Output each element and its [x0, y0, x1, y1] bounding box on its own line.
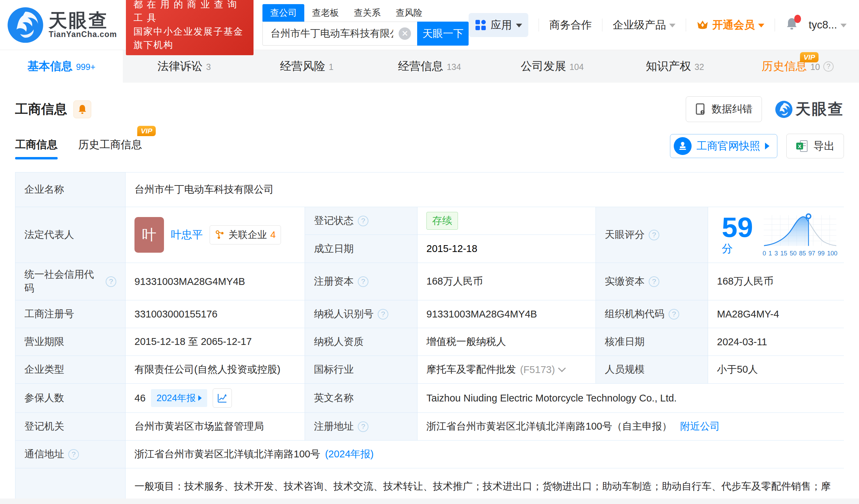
cooperation-label: 商务合作 — [549, 18, 592, 32]
table-row-company-type: 企业类型 有限责任公司(自然人投资或控股) 国标行业 摩托车及零配件批发 (F5… — [15, 356, 844, 384]
chevron-down-icon — [758, 24, 764, 27]
paid-capital-value: 168万人民币 — [708, 263, 846, 300]
mail-address-value: 浙江省台州市黄岩区北洋镇北洋南路100号 — [134, 447, 320, 461]
help-icon[interactable]: ? — [649, 276, 659, 287]
search-tab-relation[interactable]: 查关系 — [346, 4, 388, 22]
taxpayer-id-value: 91331003MA28G4MY4B — [417, 300, 596, 328]
reg-status-value: 存续 — [417, 207, 596, 235]
taxpayer-quality-value: 增值税一般纳税人 — [417, 328, 596, 356]
menu-open-vip[interactable]: 开通会员 — [696, 18, 764, 32]
related-companies-badge[interactable]: 关联企业 4 — [210, 225, 281, 244]
annual-report-link[interactable]: (2024年报) — [325, 447, 374, 461]
field-label: 登记状态 ? — [305, 207, 417, 235]
tab-label: 法律诉讼 — [157, 59, 203, 74]
tab-company-development[interactable]: 公司发展 104 — [491, 50, 614, 83]
apps-grid-icon — [475, 19, 486, 31]
tab-legal-litigation[interactable]: 法律诉讼 3 — [123, 50, 246, 83]
insured-trend-button[interactable] — [213, 388, 232, 408]
subtab-business-info[interactable]: 工商信息 — [15, 137, 58, 159]
insured-count-value: 46 — [134, 393, 145, 404]
field-label: 国标行业 — [305, 356, 417, 383]
tab-count: 10 — [810, 62, 820, 72]
approval-date-value: 2024-03-11 — [708, 328, 846, 356]
table-row-credit-code: 统一社会信用代码? 91331003MA28G4MY4B 注册资本? 168万人… — [15, 263, 844, 300]
tab-basic-info[interactable]: 基本信息 999+ — [0, 50, 123, 83]
tianyancha-logo-icon — [775, 100, 793, 118]
arrow-right-icon — [198, 395, 202, 401]
reg-authority-value: 台州市黄岩区市场监督管理局 — [126, 413, 305, 440]
divider — [539, 19, 539, 32]
business-term-value: 2015-12-18 至 2065-12-17 — [126, 328, 305, 356]
apps-menu[interactable]: 应用 — [469, 13, 528, 37]
legal-rep-avatar[interactable]: 叶 — [134, 217, 164, 253]
tab-intellectual-property[interactable]: 知识产权 32 — [614, 50, 737, 83]
help-icon[interactable]: ? — [378, 309, 388, 320]
tab-count: 134 — [447, 62, 461, 72]
chevron-down-icon[interactable] — [558, 364, 566, 372]
help-icon[interactable]: ? — [106, 276, 116, 287]
search-button[interactable]: 天眼一下 — [417, 22, 469, 46]
annual-report-pill[interactable]: 2024年报 — [151, 389, 207, 407]
svg-text:X: X — [798, 143, 801, 149]
status-date-block: 登记状态 ? 存续 成立日期 2015-12-18 — [305, 207, 596, 263]
help-icon[interactable]: ? — [358, 421, 368, 432]
tab-business-info[interactable]: 经营信息 134 — [368, 50, 491, 83]
brand-slogan-banner: 都在用的商业查询工具 国家中小企业发展子基金旗下机构 — [126, 0, 254, 55]
tianyancha-company-page: 天眼查 TianYanCha.com 都在用的商业查询工具 国家中小企业发展子基… — [0, 0, 859, 504]
chevron-down-icon — [840, 24, 847, 27]
help-icon[interactable]: ? — [823, 61, 834, 72]
monitor-bell-button[interactable] — [73, 100, 91, 118]
user-account-menu[interactable]: tyc8... — [809, 19, 847, 31]
notifications-bell[interactable] — [785, 17, 798, 33]
legal-rep-name-link[interactable]: 叶忠平 — [171, 228, 203, 242]
search-input[interactable] — [263, 22, 417, 45]
tab-label: 经营信息 — [398, 59, 443, 74]
reg-capital-value: 168万人民币 — [417, 263, 596, 300]
bell-icon — [78, 104, 87, 115]
divider — [775, 19, 775, 32]
crown-icon — [696, 19, 709, 31]
search-tab-company[interactable]: 查公司 — [262, 4, 304, 22]
tab-history-info[interactable]: VIP 历史信息 10 ? — [736, 50, 859, 83]
help-icon[interactable]: ? — [68, 449, 79, 460]
help-icon[interactable]: ? — [649, 230, 659, 240]
annual-report-label: 2024年报 — [156, 392, 196, 404]
nearby-companies-link[interactable]: 附近公司 — [680, 420, 720, 433]
company-name-value: 台州市牛丁电动车科技有限公司 — [126, 172, 846, 207]
menu-cooperation[interactable]: 商务合作 — [549, 18, 592, 32]
divider — [602, 19, 602, 32]
menu-enterprise-products[interactable]: 企业级产品 — [613, 18, 675, 32]
credit-code-value: 91331003MA28G4MY4B — [126, 263, 305, 300]
company-nav-tabs: 基本信息 999+ 法律诉讼 3 经营风险 1 经营信息 134 公司发展 10… — [0, 50, 859, 83]
search-row: ✕ 天眼一下 — [262, 22, 469, 46]
subtab-history-business-info[interactable]: VIP 历史工商信息 — [78, 137, 142, 159]
tab-label: 公司发展 — [521, 59, 566, 74]
search-tab-risk[interactable]: 查风险 — [388, 4, 430, 22]
tianyancha-logo[interactable]: 天眼查 TianYanCha.com — [7, 7, 117, 44]
search-tab-boss[interactable]: 查老板 — [304, 4, 346, 22]
field-label: 实缴资本? — [596, 263, 708, 300]
tab-count: 104 — [569, 62, 584, 72]
score-label: 天眼评分 — [605, 228, 645, 242]
export-label: 导出 — [813, 139, 835, 153]
help-icon[interactable]: ? — [358, 216, 368, 226]
status-badge: 存续 — [426, 212, 458, 230]
reg-number-value: 331003000155176 — [126, 300, 305, 328]
score-distribution-chart: 01 315 5085 9799 100 — [763, 213, 837, 257]
document-edit-icon — [695, 103, 707, 116]
apps-label: 应用 — [491, 18, 512, 32]
username-label: tyc8... — [809, 19, 837, 31]
field-label: 工商注册号 — [15, 300, 126, 328]
tab-operation-risk[interactable]: 经营风险 1 — [245, 50, 368, 83]
search-box: ✕ — [262, 22, 417, 46]
help-icon[interactable]: ? — [358, 276, 368, 287]
tab-count: 3 — [206, 62, 211, 72]
export-button[interactable]: X 导出 — [786, 134, 844, 158]
data-correction-button[interactable]: 数据纠错 — [686, 96, 762, 122]
official-snapshot-button[interactable]: 工商官网快照 — [670, 134, 777, 158]
field-label: 企业类型 — [15, 356, 126, 383]
legal-rep-cell: 叶 叶忠平 关联企业 4 — [126, 207, 305, 263]
logo-text: 天眼查 TianYanCha.com — [49, 11, 117, 39]
help-icon[interactable]: ? — [669, 309, 679, 320]
table-row-reg-authority: 登记机关 台州市黄岩区市场监督管理局 注册地址? 浙江省台州市黄岩区北洋镇北洋南… — [15, 413, 844, 441]
